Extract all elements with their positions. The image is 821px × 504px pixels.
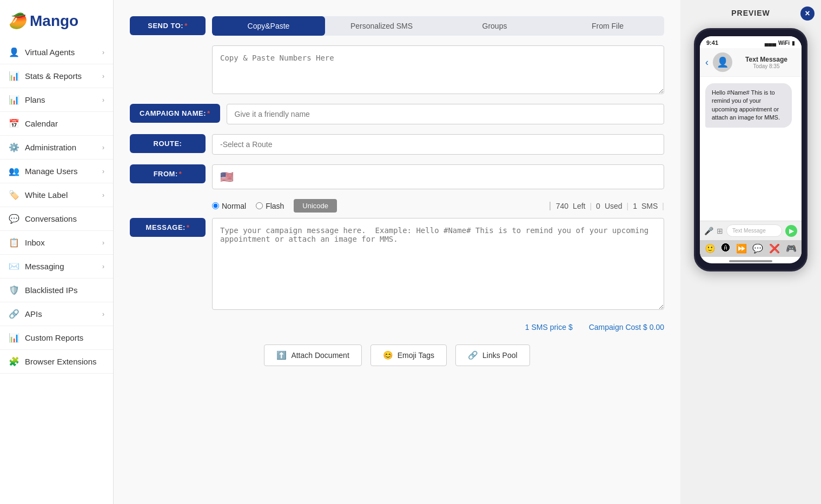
flash-radio-label[interactable]: Flash [256,202,284,210]
nav-arrow-virtual-agents: › [102,49,104,56]
nav-icon-plans: 📊 [9,95,19,105]
message-type-row: Normal Flash Unicode 740 Left | 0 Used |… [130,199,664,213]
tab-copy-paste[interactable]: Copy&Paste [212,16,325,36]
nav-label-blacklisted-ips: Blacklisted IPs [25,286,104,295]
from-label: FROM:* [130,164,206,183]
nav-icon-apis: 🔗 [9,309,19,319]
emoji-tags-button[interactable]: 😊 Emoji Tags [370,344,447,366]
nav-arrow-manage-users: › [102,168,104,175]
phone-contact-time: Today 8:35 [737,63,796,69]
nav-icon-custom-reports: 📊 [9,333,19,343]
sidebar-item-white-label[interactable]: 🏷️ White Label › [0,183,113,207]
nav-icon-inbox: 📋 [9,237,19,248]
flash-radio[interactable] [256,202,263,209]
nav-arrow-inbox: › [102,239,104,247]
route-input[interactable] [212,134,664,155]
sidebar-item-blacklisted-ips[interactable]: 🛡️ Blacklisted IPs [0,278,113,302]
emoji-6: 🎮 [786,243,797,254]
phone-back-button[interactable]: ‹ [705,57,709,68]
phone-messages: Hello #Name# This is to remind you of yo… [700,77,802,221]
tab-personalized-sms[interactable]: Personalized SMS [325,16,438,36]
sidebar-item-inbox[interactable]: 📋 Inbox › [0,231,113,255]
message-textarea[interactable] [212,218,664,310]
phone-text-input[interactable]: Text Message [726,224,782,237]
links-pool-button[interactable]: 🔗 Links Pool [455,344,530,366]
phone-bottom-bar [729,260,772,262]
logo-icon: 🥭 [9,12,28,30]
us-flag-icon: 🇺🇸 [220,170,234,183]
sidebar-item-manage-users[interactable]: 👥 Manage Users › [0,160,113,183]
nav-label-custom-reports: Custom Reports [25,333,104,342]
normal-radio-label[interactable]: Normal [212,202,246,210]
nav-icon-administration: ⚙️ [9,142,19,152]
from-field[interactable]: 🇺🇸 [212,164,664,189]
nav-icon-calendar: 📅 [9,118,19,129]
send-to-row: SEND TO:* Copy&Paste Personalized SMS Gr… [130,16,664,36]
nav-label-apis: APIs [25,309,97,319]
nav-icon-manage-users: 👥 [9,166,19,176]
nav-label-calendar: Calendar [25,119,104,128]
campaign-cost: Campaign Cost $ 0.00 [589,323,664,331]
nav-label-virtual-agents: Virtual Agents [25,48,97,57]
phone-mic-icon: 🎤 [704,227,713,235]
phone-avatar: 👤 [713,52,732,72]
preview-title: PREVIEW [731,9,770,17]
preview-panel: PREVIEW × 9:41 ▄▄▄ WiFi ▮ ‹ 👤 Text Messa… [680,0,821,504]
emoji-icon: 😊 [383,350,393,360]
phone-status-bar: 9:41 ▄▄▄ WiFi ▮ [700,36,802,48]
nav-icon-browser-extensions: 🧩 [9,356,19,367]
message-row: MESSAGE:* [130,218,664,310]
nav-label-inbox: Inbox [25,238,97,247]
sidebar-item-browser-extensions[interactable]: 🧩 Browser Extensions [0,350,113,374]
nav-label-manage-users: Manage Users [25,167,97,176]
sms-price-link[interactable]: 1 SMS price $ [525,323,573,331]
sidebar-item-plans[interactable]: 📊 Plans › [0,88,113,112]
nav-icon-messaging: ✉️ [9,261,19,271]
emoji-5: ❌ [769,243,780,254]
sidebar: 🥭 Mango 👤 Virtual Agents › 📊 Stats & Rep… [0,0,114,504]
used-label: Used [605,202,623,210]
sidebar-item-custom-reports[interactable]: 📊 Custom Reports [0,326,113,350]
phone-apps-icon: ⊞ [717,227,723,235]
normal-radio[interactable] [212,202,219,209]
nav-items: 👤 Virtual Agents › 📊 Stats & Reports › 📊… [0,41,113,374]
sms-label: SMS [641,202,658,210]
sms-stats: 740 Left | 0 Used | 1 SMS | [549,202,664,210]
sidebar-item-virtual-agents[interactable]: 👤 Virtual Agents › [0,41,113,64]
sidebar-item-apis[interactable]: 🔗 APIs › [0,302,113,326]
unicode-button[interactable]: Unicode [294,199,337,213]
nav-arrow-messaging: › [102,263,104,270]
left-count: 740 [556,202,568,210]
nav-icon-conversations: 💬 [9,214,19,224]
signal-icon: ▄▄▄ [765,40,776,46]
tab-groups[interactable]: Groups [438,16,551,36]
phone-contact-info: Text Message Today 8:35 [737,56,796,69]
campaign-cost-link[interactable]: Campaign Cost $ 0.00 [589,323,664,331]
emoji-4: 💬 [752,243,763,254]
emoji-3: ⏩ [736,243,747,254]
campaign-name-input[interactable] [227,104,664,124]
numbers-textarea[interactable] [212,45,664,94]
send-to-label: SEND TO:* [130,16,206,35]
route-label: ROUTE: [130,134,206,153]
nav-label-messaging: Messaging [25,262,97,271]
price-row: 1 SMS price $ Campaign Cost $ 0.00 [130,323,664,331]
sidebar-item-stats-reports[interactable]: 📊 Stats & Reports › [0,64,113,88]
nav-label-administration: Administration [25,143,97,152]
sidebar-item-messaging[interactable]: ✉️ Messaging › [0,255,113,278]
battery-icon: ▮ [792,40,795,46]
send-to-tabs[interactable]: Copy&Paste Personalized SMS Groups From … [212,16,664,36]
sidebar-item-administration[interactable]: ⚙️ Administration › [0,136,113,160]
sidebar-item-conversations[interactable]: 💬 Conversations [0,207,113,231]
attach-document-button[interactable]: ⬆️ Attach Document [264,344,361,366]
nav-arrow-stats-reports: › [102,72,104,80]
logo-area: 🥭 Mango [0,5,113,41]
phone-contact-name: Text Message [737,56,796,63]
nav-label-conversations: Conversations [25,214,104,223]
preview-close-button[interactable]: × [800,6,815,21]
phone-send-button[interactable]: ▶ [785,225,797,237]
tab-from-file[interactable]: From File [551,16,664,36]
message-label: MESSAGE:* [130,218,206,237]
sidebar-item-calendar[interactable]: 📅 Calendar [0,112,113,136]
left-label: Left [573,202,585,210]
